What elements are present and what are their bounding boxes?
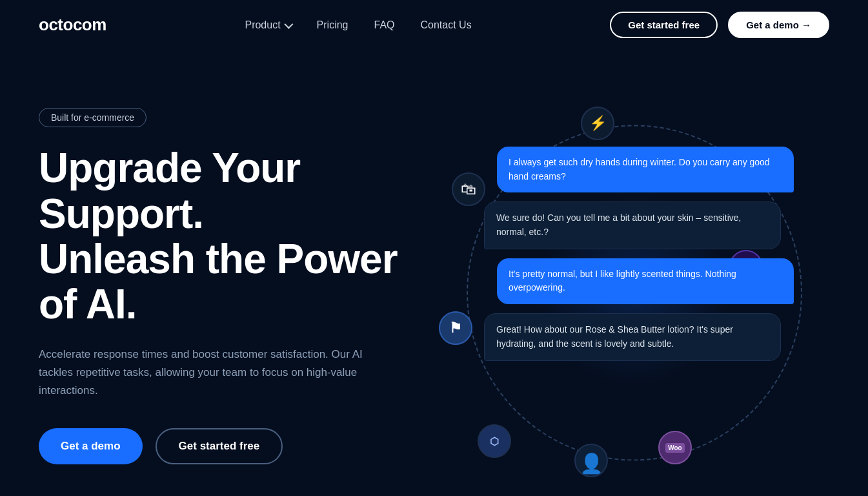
navbar: octocom Product Pricing FAQ Contact Us G…: [0, 0, 868, 50]
chat-bubble-user-2: It's pretty normal, but I like lightly s…: [497, 258, 794, 304]
nav-ctas: Get started free Get a demo →: [610, 12, 829, 38]
woo-label: Woo: [665, 443, 684, 453]
woocommerce-icon: Woo: [658, 431, 692, 464]
chat-bubble-bot-2: Great! How about our Rose & Shea Butter …: [484, 313, 781, 360]
hero-demo-button[interactable]: Get a demo: [39, 428, 143, 464]
chat-conversation: I always get such dry hands during winte…: [484, 147, 794, 370]
facebook-icon: ⚑: [439, 311, 472, 345]
hero-subtitle: Accelerate response times and boost cust…: [39, 346, 387, 400]
get-started-button[interactable]: Get started free: [610, 12, 718, 38]
prismic-icon: ⬡: [478, 424, 511, 458]
hero-buttons: Get a demo Get started free: [39, 428, 439, 464]
nav-product[interactable]: Product: [245, 19, 290, 31]
hero-badge: Built for e-commerce: [39, 108, 146, 127]
hero-visual: ⚡ 🛍 ⚑ ⬡ Woo 👤 ▦ ➤ I always get such dry …: [439, 76, 829, 496]
chat-bubble-bot-1: We sure do! Can you tell me a bit about …: [484, 202, 781, 249]
nav-links: Product Pricing FAQ Contact Us: [245, 19, 471, 31]
user-avatar-icon: 👤: [574, 444, 608, 477]
chat-bubble-user-1: I always get such dry hands during winte…: [497, 147, 794, 192]
hero-section: Built for e-commerce Upgrade Your Suppor…: [0, 50, 868, 496]
zendesk-icon: ⚡: [581, 107, 614, 140]
hero-title: Upgrade Your Support. Unleash the Power …: [39, 145, 439, 327]
logo[interactable]: octocom: [39, 15, 106, 35]
hero-content: Built for e-commerce Upgrade Your Suppor…: [39, 108, 439, 464]
get-demo-nav-button[interactable]: Get a demo →: [728, 12, 829, 38]
nav-faq[interactable]: FAQ: [374, 19, 395, 30]
shopify-icon: 🛍: [452, 172, 485, 206]
chat-message-3-wrap: It's pretty normal, but I like lightly s…: [484, 258, 794, 313]
nav-pricing[interactable]: Pricing: [317, 19, 348, 30]
chevron-down-icon: [284, 19, 293, 28]
hero-start-button[interactable]: Get started free: [156, 428, 283, 464]
nav-contact[interactable]: Contact Us: [421, 19, 472, 30]
chat-message-1-wrap: I always get such dry hands during winte…: [484, 147, 794, 202]
